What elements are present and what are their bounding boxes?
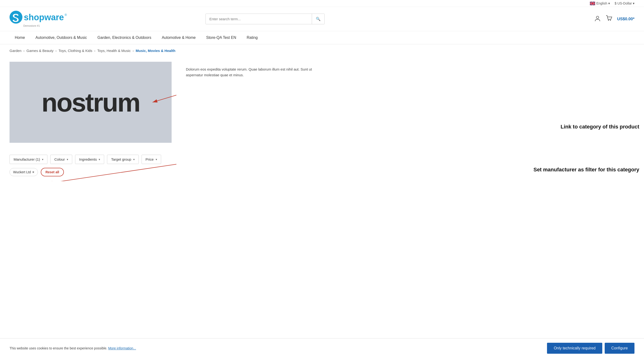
nav-automotive-outdoors[interactable]: Automotive, Outdoors & Music	[30, 31, 92, 44]
nav-garden-electronics[interactable]: Garden, Electronics & Outdoors	[92, 31, 156, 44]
shopware-logo-icon	[10, 11, 23, 24]
chevron-down-icon-3: ▾	[99, 158, 100, 161]
demostore-label: Demostore #1	[23, 24, 40, 27]
chevron-down-icon-4: ▾	[133, 158, 135, 161]
nav-automotive-home[interactable]: Automotive & Home	[156, 31, 201, 44]
chevron-down-icon-5: ▾	[156, 158, 157, 161]
logo-area[interactable]: shopware ® Demostore #1	[10, 11, 67, 27]
product-info: Dolorum eos expedita voluptate rerum. Qu…	[186, 62, 634, 143]
svg-point-4	[610, 20, 611, 21]
logo: shopware ®	[10, 11, 67, 24]
product-image-text: nostrum	[42, 87, 140, 118]
language-label: English ▾	[596, 2, 610, 5]
top-bar: English ▾ $ US-Dollar ▾	[0, 0, 644, 7]
currency-label: $ US-Dollar ▾	[615, 2, 634, 5]
breadcrumb-sep-1: ›	[23, 48, 24, 53]
filter-ingredients-label: Ingredients	[79, 157, 97, 161]
breadcrumb-current: Music, Movies & Health	[136, 48, 176, 53]
nav-home[interactable]: Home	[10, 31, 30, 44]
search-icon: 🔍	[316, 17, 320, 21]
filter-ingredients[interactable]: Ingredients ▾	[75, 155, 104, 164]
filter-dropdowns-row: Manufacturer (1) ▾ Colour ▾ Ingredients …	[10, 155, 634, 164]
product-description: Dolorum eos expedita voluptate rerum. Qu…	[186, 64, 329, 78]
svg-point-2	[596, 16, 599, 18]
breadcrumb-toys-health[interactable]: Toys, Health & Music	[97, 48, 130, 53]
breadcrumb-sep-3: ›	[94, 48, 95, 53]
main-nav: Home Automotive, Outdoors & Music Garden…	[0, 31, 644, 44]
product-image: nostrum	[10, 62, 172, 143]
breadcrumb-sep-4: ›	[132, 48, 134, 53]
active-filter-wuckert[interactable]: Wuckert Ltd ×	[10, 168, 38, 176]
annotation-link-to-category: Link to category of this product	[560, 124, 639, 130]
annotation-set-manufacturer: Set manufacturer as filter for this cate…	[534, 166, 639, 173]
header-actions: US$0.00*	[594, 15, 634, 23]
cart-amount[interactable]: US$0.00*	[617, 17, 634, 22]
breadcrumb-sep-2: ›	[55, 48, 56, 53]
filter-colour-label: Colour	[54, 157, 65, 161]
search-bar[interactable]: 🔍	[206, 14, 324, 24]
search-input[interactable]	[206, 14, 312, 24]
reset-all-button[interactable]: Reset all	[41, 168, 64, 176]
header: shopware ® Demostore #1 🔍 US$0.00*	[0, 7, 644, 31]
cart-icon[interactable]	[606, 15, 612, 23]
filter-target-group-label: Target group	[111, 157, 131, 161]
active-filter-label: Wuckert Ltd	[13, 170, 31, 174]
logo-name: shopware	[24, 12, 64, 22]
search-button[interactable]: 🔍	[312, 14, 324, 24]
language-selector[interactable]: English ▾	[590, 2, 610, 5]
filter-colour[interactable]: Colour ▾	[50, 155, 72, 164]
currency-selector[interactable]: $ US-Dollar ▾	[615, 2, 634, 5]
filter-price-label: Price	[146, 157, 154, 161]
account-icon[interactable]	[594, 15, 601, 23]
filter-manufacturer[interactable]: Manufacturer (1) ▾	[10, 155, 48, 164]
filter-price[interactable]: Price ▾	[142, 155, 161, 164]
main-content: nostrum Dolorum eos expedita voluptate r…	[0, 57, 644, 148]
filter-target-group[interactable]: Target group ▾	[107, 155, 138, 164]
breadcrumb-toys-clothing[interactable]: Toys, Clothing & Kids	[58, 48, 92, 53]
nav-rating[interactable]: Rating	[242, 31, 263, 44]
filter-manufacturer-label: Manufacturer (1)	[14, 157, 40, 161]
chevron-down-icon-2: ▾	[67, 158, 68, 161]
chevron-down-icon: ▾	[42, 158, 44, 161]
breadcrumb-garden[interactable]: Garden	[10, 48, 22, 53]
flag-icon	[590, 2, 595, 5]
breadcrumb-games-beauty[interactable]: Games & Beauty	[26, 48, 54, 53]
filter-section: Manufacturer (1) ▾ Colour ▾ Ingredients …	[0, 148, 644, 181]
svg-point-3	[608, 20, 609, 21]
remove-filter-icon[interactable]: ×	[32, 170, 34, 174]
breadcrumb: Garden › Games & Beauty › Toys, Clothing…	[0, 44, 644, 57]
nav-store-qa[interactable]: Store-QA Test EN	[201, 31, 242, 44]
